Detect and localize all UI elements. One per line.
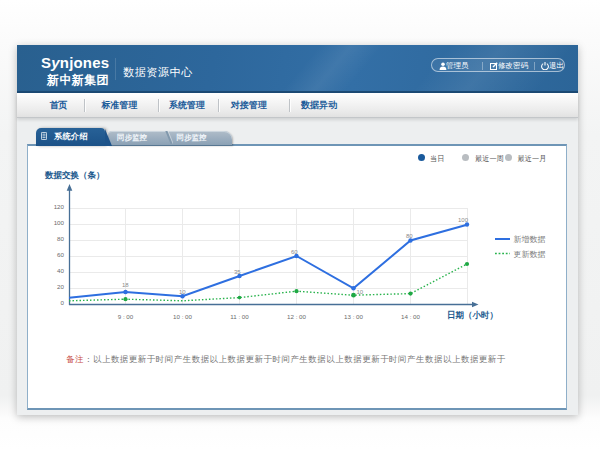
svg-text:60: 60 xyxy=(291,249,298,255)
svg-text:9 : 00: 9 : 00 xyxy=(118,313,134,320)
svg-text:14 : 00: 14 : 00 xyxy=(401,313,420,320)
svg-text:10: 10 xyxy=(357,289,364,295)
svg-text:日期（小时）: 日期（小时） xyxy=(447,310,498,320)
svg-text:12 : 00: 12 : 00 xyxy=(287,313,306,320)
svg-text:40: 40 xyxy=(57,267,64,274)
svg-text:10 : 00: 10 : 00 xyxy=(173,313,192,320)
svg-text:100: 100 xyxy=(458,217,469,223)
svg-text:10: 10 xyxy=(179,289,186,295)
svg-text:20: 20 xyxy=(57,283,64,290)
svg-text:更新数据: 更新数据 xyxy=(514,250,546,259)
svg-text:新增数据: 新增数据 xyxy=(514,235,546,244)
svg-text:80: 80 xyxy=(406,233,413,239)
svg-text:11 : 00: 11 : 00 xyxy=(230,313,249,320)
svg-text:60: 60 xyxy=(57,251,64,258)
svg-text:0: 0 xyxy=(61,299,65,306)
svg-text:18: 18 xyxy=(122,282,129,288)
svg-text:120: 120 xyxy=(54,203,65,210)
svg-text:数据交换（条）: 数据交换（条） xyxy=(44,170,105,180)
svg-text:80: 80 xyxy=(57,235,64,242)
svg-text:35: 35 xyxy=(234,269,241,275)
svg-text:13 : 00: 13 : 00 xyxy=(344,313,363,320)
svg-text:100: 100 xyxy=(54,219,65,226)
